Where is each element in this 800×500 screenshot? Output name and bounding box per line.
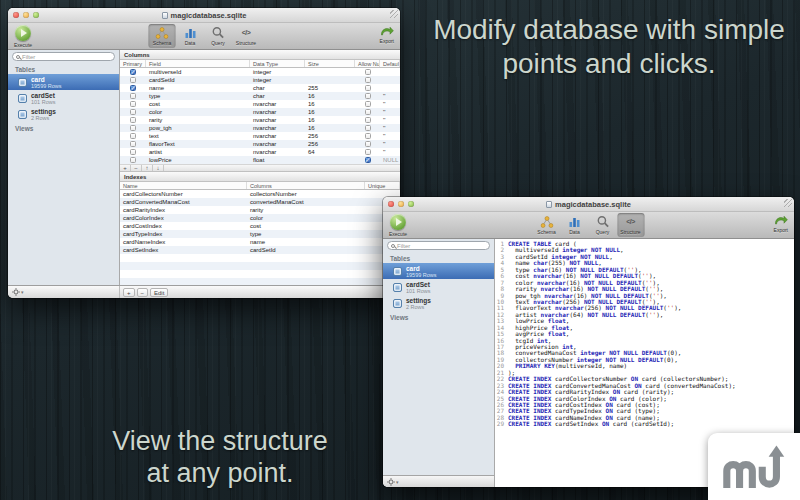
- tab-structure[interactable]: </>Structure: [617, 213, 644, 237]
- allow-null-checkbox[interactable]: [365, 109, 371, 115]
- column-row[interactable]: costnvarchar16'': [120, 100, 400, 108]
- table-row-count: 19599 Rows: [406, 272, 437, 278]
- primary-checkbox[interactable]: [130, 149, 136, 155]
- allow-null-checkbox[interactable]: [365, 101, 371, 107]
- gear-icon: [12, 288, 20, 296]
- index-row[interactable]: cardColorIndexcolor: [120, 214, 400, 222]
- primary-checkbox[interactable]: [130, 93, 136, 99]
- sidebar-item-card[interactable]: card19599 Rows: [8, 74, 119, 90]
- primary-checkbox[interactable]: [130, 101, 136, 107]
- move-down-button[interactable]: ↓: [153, 165, 164, 171]
- filter-field[interactable]: Filter: [383, 239, 494, 252]
- caret-down-icon: ▾: [396, 479, 399, 485]
- structure-icon: </>: [626, 215, 635, 228]
- primary-checkbox[interactable]: [130, 133, 136, 139]
- allow-null-checkbox[interactable]: [365, 133, 371, 139]
- tab-structure[interactable]: </>Structure: [233, 24, 260, 48]
- index-row[interactable]: cardNameIndexname: [120, 238, 400, 246]
- datatype-cell: integer: [250, 68, 305, 76]
- primary-checkbox[interactable]: [130, 157, 136, 163]
- index-row[interactable]: cardCollectorsNumbercollectorsNumber: [120, 190, 400, 198]
- column-row[interactable]: typechar16'': [120, 92, 400, 100]
- column-header: Size: [305, 60, 355, 67]
- allow-null-checkbox[interactable]: [365, 149, 371, 155]
- export-button[interactable]: Export: [774, 214, 788, 233]
- remove-column-button[interactable]: −: [131, 165, 142, 171]
- sidebar-item-cardSet[interactable]: cardSet101 Rows: [383, 279, 494, 295]
- primary-checkbox[interactable]: [130, 117, 136, 123]
- move-up-button[interactable]: ↑: [142, 165, 153, 171]
- allow-null-checkbox[interactable]: [365, 125, 371, 131]
- remove-row-button[interactable]: −: [137, 288, 149, 297]
- tab-query[interactable]: Query: [205, 24, 232, 48]
- sql-token: PRIMARY KEY: [515, 363, 555, 369]
- sidebar-item-cardSet[interactable]: cardSet101 Rows: [8, 90, 119, 106]
- allow-null-checkbox[interactable]: [365, 69, 371, 75]
- index-row[interactable]: cardRarityIndexrarity: [120, 206, 400, 214]
- allow-null-checkbox[interactable]: ✓: [365, 157, 371, 163]
- allow-null-checkbox[interactable]: [365, 85, 371, 91]
- primary-checkbox[interactable]: [130, 109, 136, 115]
- execute-button[interactable]: Execute: [389, 214, 407, 237]
- sql-token: ),: [656, 312, 663, 318]
- export-button[interactable]: Export: [380, 25, 394, 44]
- titlebar[interactable]: magicdatabase.sqlite: [383, 197, 794, 212]
- tab-data[interactable]: Data: [561, 213, 588, 237]
- sidebar-item-text: card19599 Rows: [31, 76, 62, 89]
- index-columns-cell: color: [247, 214, 365, 222]
- action-menu-button[interactable]: ▾: [383, 475, 494, 487]
- titlebar[interactable]: magicdatabase.sqlite: [8, 8, 400, 23]
- resize-grip[interactable]: [784, 199, 792, 207]
- primary-checkbox[interactable]: ✓: [130, 69, 136, 75]
- table-name: settings: [31, 108, 56, 115]
- index-row[interactable]: cardTypeIndextype: [120, 230, 400, 238]
- allownull-cell: ✓: [355, 157, 380, 163]
- add-column-button[interactable]: +: [120, 165, 131, 171]
- primary-checkbox[interactable]: [130, 125, 136, 131]
- index-columns-cell: cardSetId: [247, 246, 365, 254]
- column-row[interactable]: cardSetIdinteger: [120, 76, 400, 84]
- column-row[interactable]: ✓namechar255: [120, 84, 400, 92]
- sidebar-item-card[interactable]: card19599 Rows: [383, 263, 494, 279]
- execute-button[interactable]: Execute: [14, 25, 32, 48]
- resize-grip[interactable]: [390, 10, 398, 18]
- view-tabs: SchemaDataQuery</>Structure: [533, 213, 644, 237]
- column-row[interactable]: artistnvarchar64'': [120, 148, 400, 156]
- allow-null-checkbox[interactable]: [365, 93, 371, 99]
- window-title: magicdatabase.sqlite: [8, 11, 400, 20]
- sidebar-item-settings[interactable]: settings2 Rows: [383, 295, 494, 311]
- allow-null-checkbox[interactable]: [365, 77, 371, 83]
- sidebar-item-settings[interactable]: settings2 Rows: [8, 106, 119, 122]
- column-row[interactable]: lowPricefloat✓NULL: [120, 156, 400, 164]
- allow-null-checkbox[interactable]: [365, 117, 371, 123]
- tab-schema[interactable]: Schema: [149, 24, 176, 48]
- column-row[interactable]: pow_tghnvarchar16'': [120, 124, 400, 132]
- table-icon: [18, 94, 27, 103]
- tab-schema[interactable]: Schema: [533, 213, 560, 237]
- tab-label: Query: [596, 229, 610, 235]
- column-row[interactable]: flavorTextnvarchar256'': [120, 140, 400, 148]
- column-row[interactable]: textnvarchar256'': [120, 132, 400, 140]
- action-menu-button[interactable]: ▾: [8, 286, 120, 298]
- schema-icon: [540, 215, 553, 228]
- table-icon: [393, 283, 402, 292]
- column-row[interactable]: ✓multiverseIdinteger: [120, 68, 400, 76]
- column-row[interactable]: raritynvarchar16'': [120, 116, 400, 124]
- column-header: Default: [380, 60, 400, 67]
- allownull-cell: [355, 93, 380, 99]
- index-row[interactable]: cardSetIndexcardSetId: [120, 246, 400, 254]
- primary-checkbox[interactable]: [130, 77, 136, 83]
- edit-button[interactable]: Edit: [150, 288, 168, 297]
- index-row[interactable]: cardCostIndexcost: [120, 222, 400, 230]
- allow-null-checkbox[interactable]: [365, 141, 371, 147]
- primary-checkbox[interactable]: [130, 141, 136, 147]
- tab-query[interactable]: Query: [589, 213, 616, 237]
- index-row[interactable]: cardConvertedManaCostconvertedManaCost: [120, 198, 400, 206]
- column-row[interactable]: colornvarchar16'': [120, 108, 400, 116]
- table-name: card: [31, 76, 62, 83]
- primary-checkbox[interactable]: ✓: [130, 85, 136, 91]
- filter-field[interactable]: Filter: [8, 50, 119, 63]
- add-row-button[interactable]: +: [123, 288, 135, 297]
- tab-data[interactable]: Data: [177, 24, 204, 48]
- caption-bottom-line1: View the structure: [55, 425, 385, 457]
